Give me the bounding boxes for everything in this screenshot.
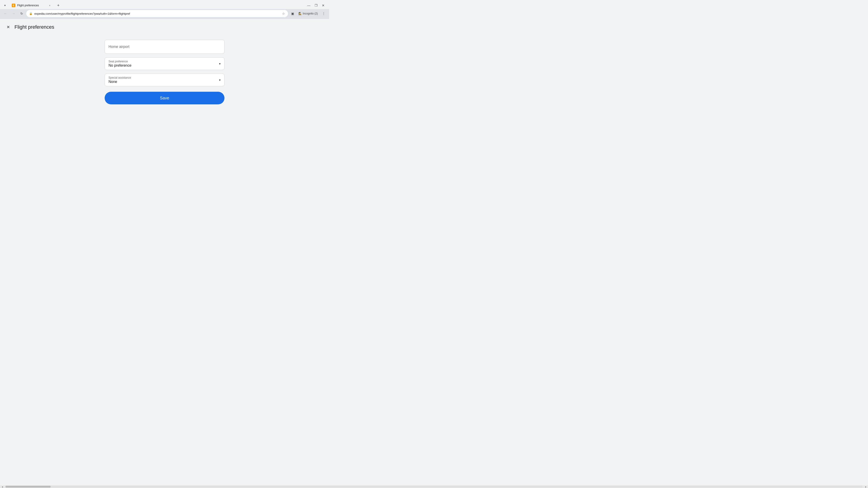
page-content: ✕ Flight preferences Seat preference No … (0, 19, 329, 181)
tab-close-button[interactable]: × (48, 4, 52, 7)
tab-bar: ▾ E Flight preferences × + — ❐ ✕ (0, 0, 329, 9)
forward-button[interactable]: → (10, 10, 17, 17)
save-button[interactable]: Save (105, 92, 224, 104)
special-assistance-label: Special assistance (108, 76, 221, 79)
refresh-button[interactable]: ↻ (18, 10, 25, 17)
toolbar-right: ▣ 🕵 Incognito (2) ⋮ (289, 10, 327, 17)
special-assistance-value: None (108, 80, 221, 84)
tab-list-arrow[interactable]: ▾ (2, 2, 8, 8)
seat-preference-value: No preference (108, 64, 221, 68)
address-bar-row: ← → ↻ 🔒 expedia.com/user/myprofile/fligh… (0, 9, 329, 19)
incognito-button[interactable]: 🕵 Incognito (2) (297, 11, 320, 16)
close-page-button[interactable]: ✕ (4, 24, 12, 31)
home-airport-field-wrapper (105, 40, 224, 54)
page-title: Flight preferences (14, 24, 54, 30)
address-bar[interactable]: 🔒 expedia.com/user/myprofile/flightprefe… (26, 10, 288, 17)
close-window-button[interactable]: ✕ (320, 2, 327, 8)
sidebar-toggle-button[interactable]: ▣ (289, 10, 296, 17)
window-controls: — ❐ ✕ (306, 2, 327, 8)
seat-preference-label: Seat preference (108, 60, 221, 63)
new-tab-button[interactable]: + (55, 2, 61, 8)
home-airport-input[interactable] (105, 40, 224, 54)
incognito-icon: 🕵 (298, 12, 302, 15)
minimize-button[interactable]: — (306, 2, 312, 8)
tab-favicon: E (12, 4, 16, 7)
lock-icon: 🔒 (29, 12, 33, 15)
page-header: ✕ Flight preferences (4, 24, 324, 31)
incognito-label: Incognito (2) (303, 12, 318, 15)
maximize-button[interactable]: ❐ (313, 2, 319, 8)
tab-title: Flight preferences (17, 4, 46, 7)
url-text: expedia.com/user/myprofile/flightprefere… (34, 12, 280, 15)
browser-menu-button[interactable]: ⋮ (320, 10, 327, 17)
browser-chrome: ▾ E Flight preferences × + — ❐ ✕ ← → ↻ 🔒… (0, 0, 329, 19)
flight-preferences-form: Seat preference No preference ▾ Special … (105, 40, 224, 104)
back-button[interactable]: ← (2, 10, 9, 17)
active-tab[interactable]: E Flight preferences × (9, 2, 54, 9)
seat-preference-select[interactable]: Seat preference No preference ▾ (105, 57, 224, 70)
special-assistance-select[interactable]: Special assistance None ▾ (105, 74, 224, 86)
bookmark-star-icon[interactable]: ☆ (282, 12, 285, 15)
